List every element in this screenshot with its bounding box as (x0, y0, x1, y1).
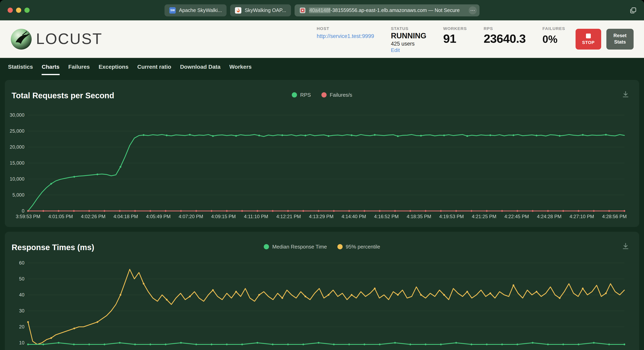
rps-label: RPS (484, 26, 526, 30)
workers-label: WORKERS (443, 26, 467, 30)
svg-text:4:27:10 PM: 4:27:10 PM (570, 214, 594, 219)
tab-title: SkyWalking OAP... (245, 7, 286, 13)
failures-value: 0% (542, 33, 565, 45)
svg-text:20,000: 20,000 (10, 144, 24, 150)
logo-wordmark: LOCUST (36, 30, 102, 47)
tab-charts[interactable]: Charts (42, 58, 60, 75)
reset-stats-button[interactable]: Reset Stats (606, 28, 634, 49)
legend-median[interactable]: Median Response Time (264, 244, 327, 250)
svg-text:10,000: 10,000 (10, 176, 24, 181)
legend-failures[interactable]: Failures/s (321, 92, 352, 98)
chart-legend: Median Response Time 95% percentile (5, 244, 639, 250)
tab-workers[interactable]: Workers (229, 58, 252, 75)
rps-value: 23640.3 (484, 32, 526, 45)
svg-text:4:05:49 PM: 4:05:49 PM (146, 214, 171, 219)
svg-text:60: 60 (19, 260, 24, 266)
skywalking-favicon-icon: SW (169, 7, 176, 13)
window-controls (8, 0, 30, 20)
svg-text:15,000: 15,000 (10, 160, 24, 166)
browser-window: SW Apache SkyWalki... SkyWalking OAP... (0, 0, 644, 350)
browser-tab-skywalking-oap[interactable]: SkyWalking OAP... (230, 4, 291, 16)
tab-download-data[interactable]: Download Data (180, 58, 220, 75)
chart-legend: RPS Failures/s (5, 92, 639, 98)
svg-text:4:01:05 PM: 4:01:05 PM (48, 214, 73, 219)
flame-favicon-icon (235, 7, 242, 13)
charts-page: Total Requests per Second RPS Failures/s… (0, 75, 644, 350)
tab-strip: SW Apache SkyWalki... SkyWalking OAP... (164, 4, 479, 16)
rps-stat: RPS 23640.3 (484, 26, 526, 45)
percentile-legend-dot-icon (338, 244, 342, 249)
tab-current-ratio[interactable]: Current ratio (137, 58, 171, 75)
svg-text:0: 0 (22, 208, 24, 213)
failures-stat: FAILURES 0% (542, 26, 565, 45)
locust-logo-icon (10, 28, 32, 50)
host-link[interactable]: http://service1.test:9999 (317, 33, 374, 39)
svg-text:3:59:53 PM: 3:59:53 PM (16, 214, 40, 219)
svg-text:4:02:26 PM: 4:02:26 PM (81, 214, 106, 219)
copy-tabs-icon[interactable] (630, 6, 637, 14)
stop-button[interactable]: STOP (576, 28, 601, 49)
browser-tab-bar: SW Apache SkyWalki... SkyWalking OAP... (0, 0, 644, 20)
svg-text:4:12:21 PM: 4:12:21 PM (276, 214, 301, 219)
rps-legend-dot-icon (292, 92, 297, 98)
response-times-panel: Response Times (ms) Median Response Time… (5, 232, 639, 350)
median-legend-dot-icon (264, 244, 269, 249)
download-chart-icon[interactable] (622, 242, 630, 250)
svg-text:4:13:29 PM: 4:13:29 PM (309, 214, 334, 219)
tab-failures[interactable]: Failures (68, 58, 90, 75)
svg-text:4:22:45 PM: 4:22:45 PM (504, 214, 529, 219)
svg-text:30: 30 (19, 308, 24, 314)
svg-text:4:28:56 PM: 4:28:56 PM (602, 214, 627, 219)
legend-rps[interactable]: RPS (292, 92, 311, 98)
svg-text:40: 40 (19, 292, 24, 298)
browser-tab-active-locust[interactable]: 40a4148f-381559556.ap-east-1.elb.amazona… (294, 4, 480, 16)
tab-exceptions[interactable]: Exceptions (99, 58, 128, 75)
minimize-button[interactable] (16, 7, 21, 13)
svg-text:4:16:52 PM: 4:16:52 PM (374, 214, 399, 219)
edit-users-link[interactable]: Edit (391, 47, 426, 53)
svg-text:4:09:15 PM: 4:09:15 PM (211, 214, 236, 219)
svg-text:4:18:35 PM: 4:18:35 PM (407, 214, 431, 219)
workers-value: 91 (443, 32, 467, 45)
svg-text:10: 10 (19, 340, 24, 346)
svg-text:25,000: 25,000 (10, 128, 24, 134)
close-button[interactable] (8, 7, 13, 13)
svg-text:4:07:20 PM: 4:07:20 PM (179, 214, 203, 219)
legend-percentile[interactable]: 95% percentile (338, 244, 380, 250)
download-chart-icon[interactable] (622, 90, 630, 98)
status-value: RUNNING (391, 31, 426, 40)
stop-icon (586, 33, 591, 38)
tab-title: Apache SkyWalki... (179, 7, 222, 13)
locust-header: LOCUST HOST http://service1.test:9999 ST… (0, 20, 644, 58)
status-stat: STATUS RUNNING 425 users Edit (391, 26, 426, 53)
tab-statistics[interactable]: Statistics (8, 58, 33, 75)
svg-text:4:14:40 PM: 4:14:40 PM (342, 214, 366, 219)
svg-text:50: 50 (19, 276, 24, 282)
status-label: STATUS (391, 26, 426, 30)
failures-legend-dot-icon (321, 92, 326, 98)
user-count: 425 users (391, 40, 426, 46)
main-nav: Statistics Charts Failures Exceptions Cu… (0, 58, 644, 75)
svg-text:30,000: 30,000 (10, 112, 24, 118)
host-stat: HOST http://service1.test:9999 (317, 26, 374, 39)
address-url: 40a4148f-381559556.ap-east-1.elb.amazona… (309, 7, 460, 13)
svg-text:4:24:28 PM: 4:24:28 PM (537, 214, 562, 219)
zoom-button[interactable] (24, 7, 30, 13)
svg-text:4:11:10 PM: 4:11:10 PM (244, 214, 268, 219)
host-label: HOST (317, 26, 374, 30)
browser-tab-skywalking-ui[interactable]: SW Apache SkyWalki... (164, 4, 226, 16)
header-buttons: STOP Reset Stats (576, 28, 634, 49)
svg-text:4:19:53 PM: 4:19:53 PM (439, 214, 464, 219)
locust-logo: LOCUST (10, 28, 102, 50)
site-favicon-icon (300, 7, 306, 13)
rps-chart: 05,00010,00015,00020,00025,00030,0003:59… (5, 80, 639, 227)
url-highlight: 40a4148f (309, 7, 330, 13)
more-options-icon[interactable]: ⋯ (469, 6, 477, 14)
rps-chart-panel: Total Requests per Second RPS Failures/s… (5, 80, 639, 227)
svg-text:4:21:25 PM: 4:21:25 PM (472, 214, 496, 219)
svg-text:4:04:18 PM: 4:04:18 PM (114, 214, 138, 219)
header-stats: HOST http://service1.test:9999 STATUS RU… (317, 25, 565, 53)
svg-text:5,000: 5,000 (12, 192, 24, 197)
svg-text:20: 20 (19, 324, 24, 330)
failures-label: FAILURES (542, 26, 565, 30)
